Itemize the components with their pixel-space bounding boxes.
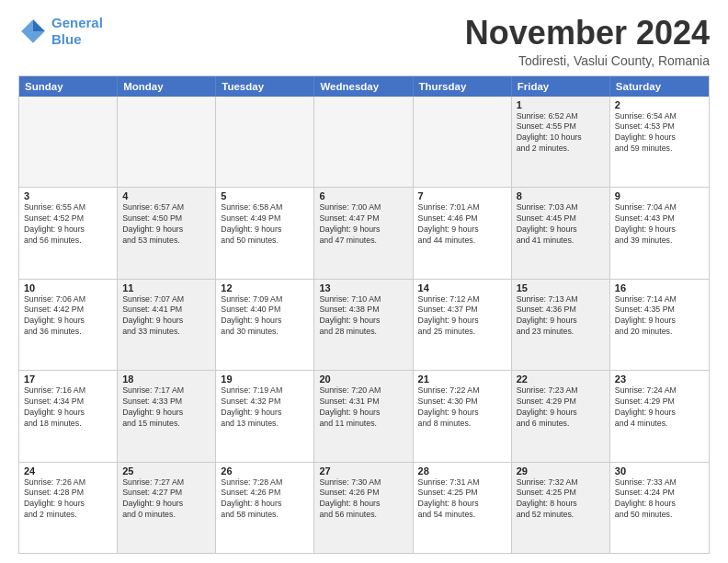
cal-cell-r3c2: 11Sunrise: 7:07 AM Sunset: 4:41 PM Dayli… [118,280,216,370]
logo: General Blue [18,15,103,48]
cal-cell-r4c5: 21Sunrise: 7:22 AM Sunset: 4:30 PM Dayli… [414,371,512,461]
cal-cell-r2c7: 9Sunrise: 7:04 AM Sunset: 4:43 PM Daylig… [610,188,709,278]
cal-row-3: 10Sunrise: 7:06 AM Sunset: 4:42 PM Dayli… [19,280,709,371]
cal-cell-r4c4: 20Sunrise: 7:20 AM Sunset: 4:31 PM Dayli… [314,371,413,461]
cal-cell-r2c4: 6Sunrise: 7:00 AM Sunset: 4:47 PM Daylig… [314,188,413,278]
day-number: 1 [517,99,605,110]
day-number: 5 [221,190,309,201]
cal-cell-r1c7: 2Sunrise: 6:54 AM Sunset: 4:53 PM Daylig… [610,97,709,187]
day-number: 2 [615,99,704,110]
cal-cell-r3c7: 16Sunrise: 7:14 AM Sunset: 4:35 PM Dayli… [610,280,709,370]
day-info: Sunrise: 7:24 AM Sunset: 4:29 PM Dayligh… [615,385,704,430]
day-number: 12 [221,282,309,293]
day-number: 25 [122,465,210,477]
cal-cell-r2c1: 3Sunrise: 6:55 AM Sunset: 4:52 PM Daylig… [19,188,118,278]
day-info: Sunrise: 7:26 AM Sunset: 4:28 PM Dayligh… [24,477,112,522]
day-info: Sunrise: 7:10 AM Sunset: 4:38 PM Dayligh… [319,294,407,339]
day-number: 26 [221,465,309,477]
day-info: Sunrise: 7:04 AM Sunset: 4:43 PM Dayligh… [615,202,704,247]
day-info: Sunrise: 7:00 AM Sunset: 4:47 PM Dayligh… [319,202,407,247]
cal-cell-r5c5: 28Sunrise: 7:31 AM Sunset: 4:25 PM Dayli… [414,463,512,553]
header-friday: Friday [512,76,610,97]
day-number: 27 [319,465,407,477]
calendar-body: 1Sunrise: 6:52 AM Sunset: 4:55 PM Daylig… [19,97,709,553]
cal-cell-r1c6: 1Sunrise: 6:52 AM Sunset: 4:55 PM Daylig… [512,97,610,187]
page: General Blue November 2024 Todiresti, Va… [0,0,728,563]
day-number: 21 [418,373,506,385]
day-number: 3 [24,190,112,201]
day-info: Sunrise: 7:16 AM Sunset: 4:34 PM Dayligh… [24,385,112,430]
cal-cell-r5c4: 27Sunrise: 7:30 AM Sunset: 4:26 PM Dayli… [314,463,413,553]
day-info: Sunrise: 7:22 AM Sunset: 4:30 PM Dayligh… [418,385,506,430]
cal-cell-r5c1: 24Sunrise: 7:26 AM Sunset: 4:28 PM Dayli… [19,463,118,553]
day-number: 19 [221,373,309,385]
cal-cell-r3c3: 12Sunrise: 7:09 AM Sunset: 4:40 PM Dayli… [216,280,314,370]
day-info: Sunrise: 7:30 AM Sunset: 4:26 PM Dayligh… [319,477,407,522]
day-number: 30 [615,465,704,477]
cal-cell-r2c6: 8Sunrise: 7:03 AM Sunset: 4:45 PM Daylig… [512,188,610,278]
cal-cell-r1c3 [216,97,314,187]
day-info: Sunrise: 7:14 AM Sunset: 4:35 PM Dayligh… [615,294,704,339]
day-info: Sunrise: 6:57 AM Sunset: 4:50 PM Dayligh… [122,202,210,247]
cal-cell-r3c4: 13Sunrise: 7:10 AM Sunset: 4:38 PM Dayli… [314,280,413,370]
cal-cell-r1c1 [19,97,118,187]
day-number: 28 [418,465,506,477]
day-number: 8 [517,190,605,201]
cal-row-2: 3Sunrise: 6:55 AM Sunset: 4:52 PM Daylig… [19,188,709,279]
header: General Blue November 2024 Todiresti, Va… [18,15,710,68]
day-info: Sunrise: 7:03 AM Sunset: 4:45 PM Dayligh… [517,202,605,247]
cal-cell-r1c5 [414,97,512,187]
day-info: Sunrise: 7:13 AM Sunset: 4:36 PM Dayligh… [517,294,605,339]
day-info: Sunrise: 7:17 AM Sunset: 4:33 PM Dayligh… [122,385,210,430]
day-number: 4 [122,190,210,201]
logo-line1: General [51,15,103,30]
cal-cell-r2c2: 4Sunrise: 6:57 AM Sunset: 4:50 PM Daylig… [118,188,216,278]
day-number: 9 [615,190,704,201]
subtitle: Todiresti, Vaslui County, Romania [465,53,710,68]
day-info: Sunrise: 7:31 AM Sunset: 4:25 PM Dayligh… [418,477,506,522]
cal-cell-r2c5: 7Sunrise: 7:01 AM Sunset: 4:46 PM Daylig… [414,188,512,278]
header-tuesday: Tuesday [216,76,314,97]
cal-cell-r5c6: 29Sunrise: 7:32 AM Sunset: 4:25 PM Dayli… [512,463,610,553]
cal-cell-r4c3: 19Sunrise: 7:19 AM Sunset: 4:32 PM Dayli… [216,371,314,461]
cal-cell-r5c3: 26Sunrise: 7:28 AM Sunset: 4:26 PM Dayli… [216,463,314,553]
cal-row-4: 17Sunrise: 7:16 AM Sunset: 4:34 PM Dayli… [19,371,709,462]
day-number: 11 [122,282,210,293]
calendar: Sunday Monday Tuesday Wednesday Thursday… [18,75,710,554]
day-number: 24 [24,465,112,477]
day-info: Sunrise: 7:12 AM Sunset: 4:37 PM Dayligh… [418,294,506,339]
logo-line2: Blue [51,31,82,47]
svg-marker-1 [33,19,45,31]
day-info: Sunrise: 7:09 AM Sunset: 4:40 PM Dayligh… [221,294,309,339]
header-saturday: Saturday [610,76,709,97]
day-number: 18 [122,373,210,385]
day-number: 17 [24,373,112,385]
day-info: Sunrise: 6:54 AM Sunset: 4:53 PM Dayligh… [615,111,704,155]
day-number: 20 [319,373,407,385]
cal-row-1: 1Sunrise: 6:52 AM Sunset: 4:55 PM Daylig… [19,97,709,188]
month-title: November 2024 [465,15,710,52]
cal-cell-r1c4 [314,97,413,187]
day-number: 16 [615,282,704,293]
title-block: November 2024 Todiresti, Vaslui County, … [465,15,710,68]
cal-cell-r4c2: 18Sunrise: 7:17 AM Sunset: 4:33 PM Dayli… [118,371,216,461]
day-number: 22 [517,373,605,385]
day-info: Sunrise: 6:58 AM Sunset: 4:49 PM Dayligh… [221,202,309,247]
day-number: 23 [615,373,704,385]
day-info: Sunrise: 6:55 AM Sunset: 4:52 PM Dayligh… [24,202,112,247]
cal-cell-r3c5: 14Sunrise: 7:12 AM Sunset: 4:37 PM Dayli… [414,280,512,370]
day-info: Sunrise: 7:20 AM Sunset: 4:31 PM Dayligh… [319,385,407,430]
cal-cell-r1c2 [118,97,216,187]
header-sunday: Sunday [19,76,118,97]
day-info: Sunrise: 7:06 AM Sunset: 4:42 PM Dayligh… [24,294,112,339]
header-wednesday: Wednesday [314,76,413,97]
day-number: 29 [517,465,605,477]
day-info: Sunrise: 7:23 AM Sunset: 4:29 PM Dayligh… [517,385,605,430]
cal-cell-r3c1: 10Sunrise: 7:06 AM Sunset: 4:42 PM Dayli… [19,280,118,370]
cal-cell-r2c3: 5Sunrise: 6:58 AM Sunset: 4:49 PM Daylig… [216,188,314,278]
day-number: 7 [418,190,506,201]
day-number: 14 [418,282,506,293]
day-number: 15 [517,282,605,293]
day-info: Sunrise: 6:52 AM Sunset: 4:55 PM Dayligh… [517,111,605,155]
cal-cell-r5c2: 25Sunrise: 7:27 AM Sunset: 4:27 PM Dayli… [118,463,216,553]
